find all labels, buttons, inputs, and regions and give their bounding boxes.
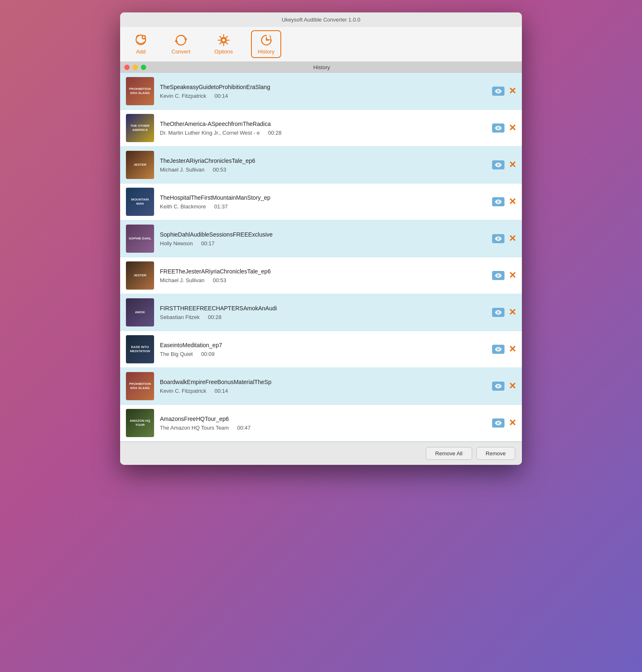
item-actions: ✕: [492, 271, 516, 280]
item-info: EaseintoMeditation_ep7 The Big Quiet 00:…: [154, 342, 492, 357]
view-button[interactable]: [492, 382, 504, 391]
svg-point-27: [498, 423, 499, 423]
item-duration: 00:47: [237, 425, 251, 431]
toolbar-history-label: History: [258, 48, 274, 55]
svg-point-15: [498, 201, 499, 202]
list-item: JESTER FREETheJesterARiyriaChroniclesTal…: [120, 257, 522, 294]
title-bar: Ukeysoft Audible Converter 1.0.0: [120, 12, 522, 27]
svg-point-13: [498, 164, 499, 165]
item-title: TheHospitalTheFirstMountainManStory_ep: [160, 194, 486, 201]
list-item: THE OTHER AMERICA TheOtherAmerica-ASpeec…: [120, 110, 522, 147]
maximize-button[interactable]: [141, 65, 146, 70]
album-art: JESTER: [126, 151, 154, 179]
item-actions: ✕: [492, 418, 516, 428]
history-bar: History: [120, 62, 522, 73]
item-duration: 00:14: [215, 93, 228, 99]
view-button[interactable]: [492, 123, 504, 133]
list-item: AMAZON HQ TOUR AmazonsFreeHQTour_ep6 The…: [120, 405, 522, 442]
delete-button[interactable]: ✕: [509, 345, 516, 354]
remove-all-button[interactable]: Remove All: [426, 447, 472, 460]
svg-point-4: [222, 39, 225, 42]
item-actions: ✕: [492, 160, 516, 169]
svg-point-11: [498, 128, 499, 128]
list-item: SOPHIE DAHL SophieDahlAudibleSessionsFRE…: [120, 220, 522, 257]
item-meta: Holly Newson 00:17: [160, 240, 486, 247]
item-info: FIRSTTHREEFREECHAPTERSAmokAnAudi Sebasti…: [154, 305, 492, 320]
item-meta: Michael J. Sullivan 00:53: [160, 277, 486, 283]
toolbar-options[interactable]: Options: [209, 31, 239, 57]
delete-button[interactable]: ✕: [509, 160, 516, 169]
item-title: EaseintoMeditation_ep7: [160, 342, 486, 348]
item-info: TheOtherAmerica-ASpeechfromTheRadica Dr.…: [154, 121, 492, 136]
item-actions: ✕: [492, 382, 516, 391]
main-window: Ukeysoft Audible Converter 1.0.0 Add: [120, 12, 522, 465]
item-meta: Kevin C. Fitzpatrick 00:14: [160, 388, 486, 394]
item-author: The Amazon HQ Tours Team: [160, 425, 229, 431]
delete-button[interactable]: ✕: [509, 382, 516, 391]
toolbar-convert[interactable]: Convert: [166, 31, 196, 57]
item-meta: Keith C. Blackmore 01:37: [160, 203, 486, 210]
view-button[interactable]: [492, 271, 504, 280]
view-button[interactable]: [492, 160, 504, 169]
item-author: Holly Newson: [160, 240, 193, 247]
item-title: SophieDahlAudibleSessionsFREEExclusive: [160, 231, 486, 238]
item-actions: ✕: [492, 123, 516, 133]
album-art: MOUNTAIN MAN: [126, 188, 154, 216]
item-duration: 00:53: [213, 167, 227, 173]
toolbar-options-label: Options: [215, 48, 233, 55]
list-item: MOUNTAIN MAN TheHospitalTheFirstMountain…: [120, 184, 522, 220]
item-duration: 00:14: [215, 388, 228, 394]
item-info: TheJesterARiyriaChroniclesTale_ep6 Micha…: [154, 157, 492, 173]
item-info: AmazonsFreeHQTour_ep6 The Amazon HQ Tour…: [154, 416, 492, 431]
traffic-lights: [124, 65, 146, 70]
history-list: PROHIBITION ERA SLANG TheSpeakeasyGuidet…: [120, 73, 522, 442]
item-info: FREETheJesterARiyriaChroniclesTale_ep6 M…: [154, 268, 492, 283]
view-button[interactable]: [492, 345, 504, 354]
item-meta: Michael J. Sullivan 00:53: [160, 167, 486, 173]
item-title: FIRSTTHREEFREECHAPTERSAmokAnAudi: [160, 305, 486, 312]
delete-button[interactable]: ✕: [509, 87, 516, 96]
item-info: TheSpeakeasyGuidetoProhibitionEraSlang K…: [154, 84, 492, 99]
view-button[interactable]: [492, 197, 504, 206]
item-title: TheSpeakeasyGuidetoProhibitionEraSlang: [160, 84, 486, 90]
item-duration: 00:09: [201, 351, 215, 357]
item-actions: ✕: [492, 197, 516, 206]
remove-button[interactable]: Remove: [476, 447, 515, 460]
app-title: Ukeysoft Audible Converter 1.0.0: [282, 17, 360, 23]
item-actions: ✕: [492, 234, 516, 243]
delete-button[interactable]: ✕: [509, 197, 516, 206]
item-info: TheHospitalTheFirstMountainManStory_ep K…: [154, 194, 492, 210]
svg-point-23: [498, 349, 499, 350]
footer: Remove All Remove: [120, 442, 522, 465]
delete-button[interactable]: ✕: [509, 234, 516, 243]
item-actions: ✕: [492, 345, 516, 354]
album-art: PROHIBITION ERA SLANG: [126, 372, 154, 400]
delete-button[interactable]: ✕: [509, 271, 516, 280]
album-art: EASE INTO MEDITATION: [126, 335, 154, 363]
list-item: PROHIBITION ERA SLANG TheSpeakeasyGuidet…: [120, 73, 522, 110]
item-author: Michael J. Sullivan: [160, 167, 205, 173]
item-author: Sebastian Fitzek: [160, 314, 200, 320]
toolbar-add[interactable]: Add: [128, 31, 153, 57]
item-author: The Big Quiet: [160, 351, 193, 357]
item-meta: The Amazon HQ Tours Team 00:47: [160, 425, 486, 431]
item-author: Kevin C. Fitzpatrick: [160, 93, 206, 99]
item-duration: 00:28: [268, 130, 282, 136]
delete-button[interactable]: ✕: [509, 123, 516, 133]
view-button[interactable]: [492, 418, 504, 428]
delete-button[interactable]: ✕: [509, 308, 516, 317]
view-button[interactable]: [492, 87, 504, 96]
view-button[interactable]: [492, 234, 504, 243]
item-title: AmazonsFreeHQTour_ep6: [160, 416, 486, 422]
svg-point-17: [498, 238, 499, 239]
item-meta: Sebastian Fitzek 00:28: [160, 314, 486, 320]
close-button[interactable]: [124, 65, 130, 70]
item-info: SophieDahlAudibleSessionsFREEExclusive H…: [154, 231, 492, 247]
minimize-button[interactable]: [133, 65, 138, 70]
view-button[interactable]: [492, 308, 504, 317]
toolbar-history[interactable]: History: [251, 30, 281, 58]
item-actions: ✕: [492, 87, 516, 96]
list-item: JESTER TheJesterARiyriaChroniclesTale_ep…: [120, 147, 522, 184]
album-art: AMAZON HQ TOUR: [126, 409, 154, 437]
delete-button[interactable]: ✕: [509, 418, 516, 428]
